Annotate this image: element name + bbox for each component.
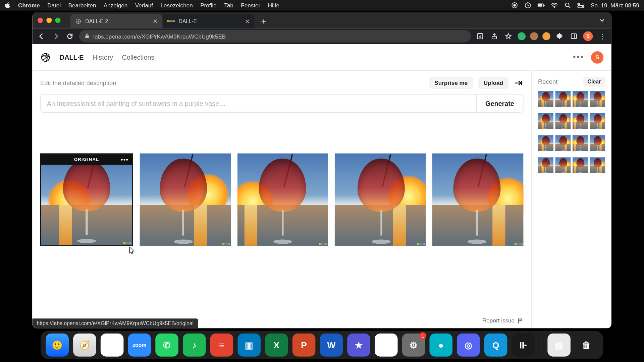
dock-spotify[interactable]: ♪: [183, 334, 206, 357]
clock-icon[interactable]: [524, 2, 531, 8]
dock-safari[interactable]: 🧭: [73, 334, 96, 357]
svg-rect-13: [85, 35, 89, 38]
macos-menubar: Chrome Datei Bearbeiten Anzeigen Verlauf…: [0, 0, 644, 11]
dock-excel[interactable]: X: [265, 334, 288, 357]
recent-thumb[interactable]: [573, 135, 588, 151]
clear-recent-button[interactable]: Clear: [583, 77, 605, 86]
nav-forward-icon[interactable]: [51, 32, 61, 41]
recent-thumb[interactable]: [555, 135, 571, 151]
nav-back-icon[interactable]: [37, 32, 46, 41]
menu-fenster[interactable]: Fenster: [241, 2, 260, 9]
dock-settings[interactable]: ⚙1: [402, 334, 425, 357]
url-field[interactable]: labs.openai.com/e/XGlPrKwAM9KrpuWCbUg9k5…: [79, 30, 471, 43]
control-center-icon[interactable]: [578, 2, 585, 8]
recent-thumb[interactable]: [590, 113, 605, 129]
recent-thumb[interactable]: [555, 91, 571, 107]
dock-zoom[interactable]: zoom: [128, 334, 151, 357]
nav-reload-icon[interactable]: [65, 32, 75, 41]
wifi-icon[interactable]: [551, 2, 558, 8]
dock-powerpoint[interactable]: P: [292, 334, 316, 357]
dock-imovie[interactable]: ★: [347, 334, 370, 357]
battery-icon[interactable]: [538, 2, 545, 8]
recent-thumb[interactable]: [538, 135, 553, 151]
recent-thumb[interactable]: [538, 113, 553, 129]
menu-hilfe[interactable]: Hilfe: [268, 2, 279, 9]
dock-discord[interactable]: ◎: [457, 334, 480, 357]
recent-thumb[interactable]: [538, 157, 553, 173]
recent-thumb[interactable]: [555, 157, 571, 173]
recent-thumb[interactable]: [555, 113, 571, 129]
dock-preview[interactable]: ▧: [547, 334, 571, 357]
nav-collections[interactable]: Collections: [122, 53, 155, 61]
dock-word[interactable]: W: [320, 334, 343, 357]
dock-finder[interactable]: 🙂: [46, 334, 69, 357]
recent-thumb[interactable]: [590, 135, 605, 151]
dock-whatsapp[interactable]: ✆: [155, 334, 178, 357]
spotlight-icon[interactable]: [564, 2, 571, 8]
menu-profile[interactable]: Profile: [200, 2, 217, 9]
tab-dalle[interactable]: DALL·E ✕: [163, 14, 255, 28]
traffic-fullscreen[interactable]: [55, 18, 61, 23]
close-tab-icon[interactable]: ✕: [153, 18, 158, 25]
screenrecord-icon[interactable]: [511, 2, 518, 8]
recent-thumb[interactable]: [590, 157, 605, 173]
tab-overflow-icon[interactable]: [597, 12, 607, 28]
menubar-app-name[interactable]: Chrome: [18, 2, 40, 9]
dock-voice-memos[interactable]: ⊪: [512, 334, 535, 357]
sidepanel-icon[interactable]: [569, 32, 579, 41]
traffic-close[interactable]: [38, 18, 43, 23]
ext-orange-icon[interactable]: [542, 32, 550, 40]
prompt-input[interactable]: An Impressionist oil painting of sunflow…: [41, 95, 476, 112]
install-app-icon[interactable]: [475, 32, 485, 41]
dock-drive[interactable]: △: [375, 334, 398, 357]
share-icon[interactable]: [489, 32, 499, 41]
recent-thumb[interactable]: [573, 113, 588, 129]
menu-bearbeiten[interactable]: Bearbeiten: [68, 2, 96, 9]
openai-logo-icon[interactable]: [40, 52, 51, 63]
result-variation[interactable]: [335, 153, 426, 246]
menu-verlauf[interactable]: Verlauf: [135, 2, 153, 9]
tab-dalle2[interactable]: DALL·E 2 ✕: [70, 14, 162, 28]
recent-thumb[interactable]: [590, 91, 605, 107]
result-original[interactable]: ORIGINAL•••: [40, 153, 133, 246]
report-issue-link[interactable]: Report issue: [482, 317, 524, 324]
dock-trash[interactable]: 🗑: [575, 334, 598, 357]
ext-shield-icon[interactable]: [518, 32, 526, 40]
chrome-menu-icon[interactable]: ⋮: [597, 32, 607, 41]
menu-datei[interactable]: Datei: [47, 2, 61, 9]
dock-todoist[interactable]: ≡: [210, 334, 233, 357]
bookmark-star-icon[interactable]: [503, 32, 513, 41]
generate-button[interactable]: Generate: [476, 95, 523, 112]
menu-lesezeichen[interactable]: Lesezeichen: [161, 2, 193, 9]
profile-avatar[interactable]: S: [583, 32, 593, 41]
result-variation[interactable]: [432, 153, 523, 246]
recent-thumb[interactable]: [573, 157, 588, 173]
new-tab-button[interactable]: ＋: [258, 15, 269, 27]
card-more-icon[interactable]: •••: [121, 156, 128, 163]
dock-trello[interactable]: ▥: [237, 334, 261, 357]
result-variation[interactable]: [237, 153, 328, 246]
recent-thumb[interactable]: [573, 91, 588, 107]
nav-dalle[interactable]: DALL·E: [60, 53, 84, 61]
apple-logo-icon[interactable]: [4, 2, 10, 8]
recent-thumb[interactable]: [538, 91, 553, 107]
dock-chrome[interactable]: ◉: [101, 334, 124, 357]
upload-button[interactable]: Upload: [478, 77, 508, 89]
dock-app-teal[interactable]: ●: [429, 334, 452, 357]
menubar-clock[interactable]: So. 19. März 08:59: [591, 2, 639, 9]
submit-arrow-icon[interactable]: [514, 79, 524, 86]
traffic-minimize[interactable]: [46, 18, 52, 23]
menu-anzeigen[interactable]: Anzeigen: [104, 2, 127, 9]
surprise-me-button[interactable]: Surprise me: [429, 77, 473, 89]
user-avatar[interactable]: S: [591, 51, 603, 63]
svg-point-9: [579, 3, 580, 5]
result-variation[interactable]: [140, 153, 230, 246]
extensions-puzzle-icon[interactable]: [555, 32, 565, 41]
dock-quicktime[interactable]: Q: [484, 334, 507, 357]
ext-brown-icon[interactable]: [530, 32, 538, 40]
header-more-icon[interactable]: •••: [573, 53, 584, 62]
close-tab-icon[interactable]: ✕: [245, 18, 250, 25]
menu-tab[interactable]: Tab: [224, 2, 233, 9]
nav-history[interactable]: History: [93, 53, 113, 61]
tab-strip: DALL·E 2 ✕ DALL·E ✕ ＋: [32, 12, 611, 28]
